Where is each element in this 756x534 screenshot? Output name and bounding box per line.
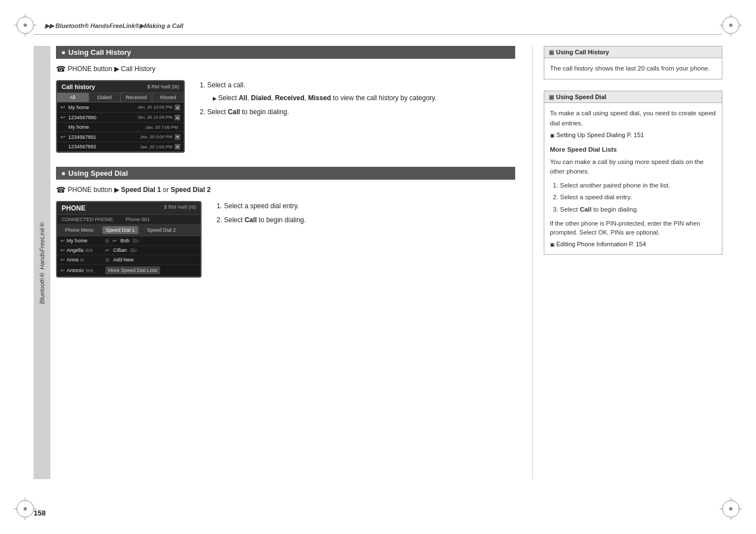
phone-row-4[interactable]: ↩ Antonio ⊟⊟ More Speed Dial Lists	[57, 265, 200, 277]
info-box-call-history-text: The call history shows the last 20 calls…	[550, 64, 716, 73]
more-step-1: Select another paired phone in the list.	[560, 181, 716, 190]
page-number: 158	[34, 509, 46, 517]
editing-phone-link[interactable]: Editing Phone Information P. 154	[550, 240, 716, 249]
left-name-4: Antonio	[67, 268, 84, 273]
phone-icon-2: ☎	[56, 185, 66, 194]
scroll-up-1[interactable]: ▲	[175, 105, 180, 110]
phone-row-1[interactable]: ↩ My home ⊟ ↩ Bob ⊟♪	[57, 236, 200, 246]
right-icon-1: ↩	[113, 238, 117, 243]
left-icon-4: ↩	[60, 268, 65, 273]
call-date-5: Jan. 20 1:00 PM	[140, 144, 172, 149]
call-row-3[interactable]: My home Jan. 20 7:00 PM	[57, 123, 184, 132]
breadcrumb-prefix: ▶▶	[45, 22, 54, 29]
call-name-1: My home	[68, 105, 137, 110]
info-box-speed-dial-title: Using Speed Dial	[556, 93, 606, 100]
call-date-3: Jan. 20 7:00 PM	[146, 125, 178, 130]
call-row-2[interactable]: ↩ 1234567890 Jan. 20 11:00 PM ▲	[57, 113, 184, 123]
right-icon-2: ↩	[105, 247, 110, 253]
phone-screen: PHONE $ RM %ell (III) CONNECTED PHONE: P…	[56, 201, 202, 278]
right-num-1: ⊟	[105, 238, 109, 243]
more-speed-dial-header: More Speed Dial Lists	[550, 145, 716, 154]
scroll-up-2[interactable]: ▲	[175, 115, 180, 120]
left-icons-4: ⊟⊟	[86, 268, 94, 273]
more-step-3: Select Call to begin dialing.	[560, 205, 716, 214]
connected-label: CONNECTED PHONE:	[62, 217, 114, 222]
right-text-4: More Speed Dial Lists	[105, 266, 160, 274]
left-icons-2: ⊟⊟	[85, 248, 93, 253]
speed-dial-steps: Select a speed dial entry. Select Call t…	[213, 201, 306, 278]
call-date-1: Jan. 20 12:00 PM	[137, 105, 172, 110]
call-history-screen-header: Call history $ RM %ell (III)	[57, 81, 184, 93]
step1-speed-dial: Select a speed dial entry.	[224, 201, 306, 212]
phone-instruction-call-history: ☎ PHONE button ▶ Call History	[56, 64, 515, 73]
right-name-3: Add New	[113, 257, 134, 263]
left-name-1: My home	[67, 238, 87, 243]
left-icon-3: ↩	[60, 257, 65, 263]
scroll-down-4[interactable]: ▼	[175, 134, 180, 140]
tab-all[interactable]: All	[57, 93, 89, 102]
call-icon-1: ↩	[60, 104, 68, 110]
speed-dial-link1[interactable]: Setting Up Speed Dialing P. 151	[550, 130, 716, 140]
menu-speed-dial-2[interactable]: Speed Dial 2	[144, 226, 180, 234]
more-step-2: Select a speed dial entry.	[560, 193, 716, 202]
right-name-1: Bob	[120, 238, 129, 243]
left-icon-1: ↩	[60, 238, 65, 243]
speed-dial-screen-container: PHONE $ RM %ell (III) CONNECTED PHONE: P…	[56, 201, 515, 278]
call-name-5: 1234567892	[68, 144, 140, 149]
breadcrumb-middle: HandsFreeLink®▶Making a Call	[91, 22, 184, 29]
call-history-tabs: All Dialed Received Missed	[57, 93, 184, 102]
step2-call-history: Select Call to begin dialing.	[207, 107, 437, 118]
side-label: Bluetooth® HandsFreeLink®	[34, 46, 50, 479]
right-name-2: Cillian	[113, 247, 127, 253]
section-header-speed-dial: Using Speed Dial	[56, 167, 515, 180]
phone-screen-header: PHONE $ RM %ell (III)	[57, 202, 200, 215]
info-box-speed-dial: Using Speed Dial To make a call using sp…	[544, 91, 722, 255]
step2-speed-dial: Select Call to begin dialing.	[224, 215, 306, 226]
call-row-5[interactable]: 1234567892 Jan. 20 1:00 PM ▼	[57, 142, 184, 152]
pin-note: If the other phone is PIN-protected, ent…	[550, 219, 716, 237]
phone-row-3[interactable]: ↩ Anna ⊟ ⊟ Add New	[57, 255, 200, 265]
right-column: Using Call History The call history show…	[532, 46, 722, 479]
section-title-speed-dial: Using Speed Dial	[68, 169, 128, 177]
call-row-1[interactable]: ↩ My home Jan. 20 12:00 PM ▲	[57, 102, 184, 113]
phone-row-2[interactable]: ↩ Angella ⊟⊟ ↩ Cillian ⊟♪	[57, 246, 200, 255]
call-row-4[interactable]: ↩ 1234567891 Jan. 20 3:00 PM ▼	[57, 132, 184, 142]
call-icon-4: ↩	[60, 134, 68, 140]
menu-phone[interactable]: Phone Menu	[62, 226, 97, 234]
call-date-2: Jan. 20 11:00 PM	[137, 115, 172, 120]
phone-screen-icons: $ RM %ell (III)	[164, 204, 196, 212]
phone-instruction-text-1: PHONE button ▶ Call History	[68, 65, 155, 73]
info-box-call-history-title: Using Call History	[556, 49, 609, 55]
info-box-call-history-header: Using Call History	[544, 46, 722, 58]
speed-icons-2: ⊟♪	[130, 247, 138, 253]
section-speed-dial: Using Speed Dial ☎ PHONE button ▶ Speed …	[56, 167, 515, 278]
speed-dial-intro: To make a call using speed dial, you nee…	[550, 109, 716, 128]
right-icon-3: ⊟	[105, 257, 110, 263]
call-history-screen: Call history $ RM %ell (III) All Dialed …	[56, 80, 185, 153]
phone-icon-1: ☎	[56, 64, 66, 73]
phone-instruction-text-2: PHONE button ▶ Speed Dial 1 or Speed Dia…	[68, 186, 211, 194]
phone-right-4: More Speed Dial Lists	[105, 266, 197, 274]
call-history-screen-icons: $ RM %ell (III)	[147, 84, 179, 90]
tab-missed[interactable]: Missed	[152, 93, 184, 102]
phone-left-4: ↩ Antonio ⊟⊟	[60, 268, 105, 273]
phone-right-3: ⊟ Add New	[105, 257, 197, 263]
tab-received[interactable]: Received	[121, 93, 153, 102]
connected-value: Phone 001	[125, 217, 150, 222]
step1-sub-text: Select All, Dialed, Received, Missed to …	[213, 93, 437, 104]
phone-right-2: ↩ Cillian ⊟♪	[105, 247, 197, 253]
left-column: Using Call History ☎ PHONE button ▶ Call…	[56, 46, 532, 479]
call-name-2: 1234567890	[68, 115, 137, 120]
info-box-call-history: Using Call History The call history show…	[544, 46, 722, 79]
page: ▶▶ Bluetooth® HandsFreeLink®▶Making a Ca…	[0, 0, 756, 534]
breadcrumb-brand: Bluetooth®	[55, 22, 88, 29]
tab-dialed[interactable]: Dialed	[89, 93, 121, 102]
step1-text: Select a call.	[207, 81, 245, 89]
scroll-down-5[interactable]: ▼	[175, 144, 180, 149]
info-box-speed-dial-content: To make a call using speed dial, you nee…	[544, 103, 722, 254]
call-icon-2: ↩	[60, 114, 68, 120]
more-speed-dial-steps: Select another paired phone in the list.…	[550, 181, 716, 214]
phone-left-3: ↩ Anna ⊟	[60, 257, 105, 263]
menu-speed-dial-1[interactable]: Speed Dial 1	[102, 226, 138, 234]
speed-icons-1: ⊟♪	[133, 238, 140, 243]
